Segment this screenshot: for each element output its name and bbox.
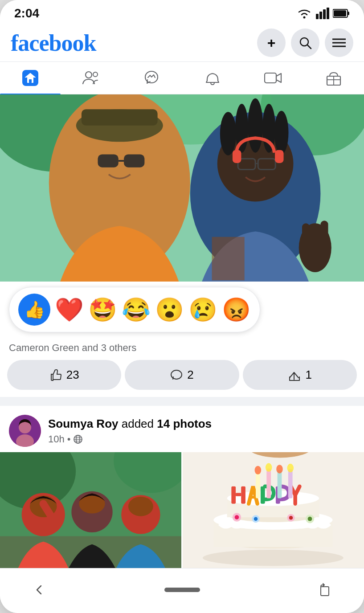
svg-rect-101 <box>321 587 329 596</box>
post1-photo <box>0 94 364 282</box>
thumbs-up-icon <box>49 369 62 381</box>
svg-rect-7 <box>348 12 349 15</box>
svg-point-98 <box>276 465 283 473</box>
post2-image-2[interactable] <box>183 452 364 568</box>
post2-meta: 10h • <box>48 433 355 445</box>
tab-messenger[interactable] <box>121 62 182 94</box>
menu-button[interactable] <box>325 29 353 57</box>
svg-rect-99 <box>288 469 293 499</box>
back-button[interactable] <box>27 577 52 602</box>
svg-rect-79 <box>231 486 236 504</box>
share-icon <box>288 369 301 381</box>
like-count: 23 <box>66 368 79 382</box>
svg-line-9 <box>307 45 311 49</box>
svg-point-17 <box>93 72 98 77</box>
svg-point-38 <box>248 98 263 153</box>
svg-rect-95 <box>266 469 271 499</box>
svg-point-94 <box>255 466 262 474</box>
post2-name-area: Soumya Roy added 14 photos 10h • <box>48 417 355 445</box>
post1-footer: Cameron Green and 3 others <box>0 338 364 356</box>
tab-video[interactable] <box>243 63 303 93</box>
add-button[interactable]: + <box>257 29 286 57</box>
facebook-logo: facebook <box>11 30 96 56</box>
svg-rect-47 <box>320 221 328 240</box>
wifi-icon <box>296 8 312 19</box>
post2-avatar <box>9 415 41 447</box>
svg-rect-1 <box>316 14 319 19</box>
post2-images <box>0 452 364 568</box>
post1-image <box>0 94 364 282</box>
comment-count: 2 <box>187 368 193 382</box>
shop-icon <box>326 70 342 86</box>
svg-rect-6 <box>334 10 346 16</box>
feed-divider <box>0 401 364 406</box>
share-button[interactable]: 1 <box>243 360 357 390</box>
tab-home[interactable] <box>0 62 61 94</box>
svg-point-16 <box>86 72 92 78</box>
home-indicator[interactable] <box>164 588 200 592</box>
svg-rect-30 <box>82 109 158 126</box>
reaction-like-button[interactable]: 👍 <box>18 294 50 326</box>
rotate-button[interactable] <box>312 577 337 602</box>
svg-point-67 <box>79 494 105 514</box>
svg-rect-81 <box>241 486 245 504</box>
like-button[interactable]: 23 <box>7 360 121 390</box>
globe-icon <box>73 434 83 444</box>
post2-image-1[interactable] <box>0 452 181 568</box>
header: facebook + <box>0 24 364 61</box>
tab-marketplace[interactable] <box>303 62 364 94</box>
thumbs-up-reaction: 👍 <box>24 300 45 319</box>
reaction-sad[interactable]: 😢 <box>188 298 217 321</box>
reaction-count-text: Cameron Green and 3 others <box>9 342 136 353</box>
reaction-love[interactable]: ❤️ <box>55 298 84 321</box>
cake-photo-svg <box>183 452 364 568</box>
post2-time: 10h <box>48 433 65 445</box>
svg-rect-48 <box>302 223 310 240</box>
search-button[interactable] <box>291 29 319 57</box>
svg-rect-31 <box>98 154 118 167</box>
svg-rect-80 <box>236 493 241 496</box>
reaction-wow[interactable]: 😮 <box>155 298 184 321</box>
svg-rect-2 <box>319 12 322 19</box>
svg-point-0 <box>303 16 306 19</box>
svg-point-88 <box>254 517 258 521</box>
comment-button[interactable]: 2 <box>125 360 239 390</box>
header-actions: + <box>257 29 353 57</box>
svg-rect-44 <box>233 150 241 163</box>
action-buttons: 23 2 1 <box>0 356 364 397</box>
home-icon <box>22 70 38 86</box>
reaction-angry[interactable]: 😡 <box>222 298 251 321</box>
avatar-image <box>9 415 41 447</box>
svg-rect-32 <box>124 154 144 167</box>
tab-friends[interactable] <box>61 62 121 94</box>
svg-rect-15 <box>29 79 32 83</box>
svg-point-40 <box>274 111 289 155</box>
comment-icon <box>170 369 183 381</box>
nav-tabs <box>0 61 364 94</box>
status-time: 2:04 <box>14 6 39 20</box>
svg-point-90 <box>289 516 293 520</box>
dot-separator: • <box>67 433 71 445</box>
menu-icon <box>332 38 346 48</box>
messenger-icon <box>143 70 160 86</box>
svg-rect-93 <box>256 471 260 499</box>
bell-icon <box>205 70 220 86</box>
svg-rect-3 <box>323 9 326 19</box>
share-count: 1 <box>306 368 312 382</box>
svg-point-96 <box>266 463 272 472</box>
reaction-care[interactable]: 🤩 <box>88 298 117 321</box>
friends-icon <box>82 70 100 86</box>
tab-notifications[interactable] <box>182 62 243 94</box>
svg-rect-45 <box>275 150 284 163</box>
feed: 👍 ❤️ 🤩 😂 😮 😢 😡 Cam <box>0 94 364 568</box>
svg-point-100 <box>287 464 294 472</box>
back-icon <box>33 584 45 596</box>
post-card-2: Soumya Roy added 14 photos 10h • <box>0 406 364 568</box>
battery-icon <box>333 8 350 18</box>
svg-rect-97 <box>278 470 282 498</box>
post2-photo-count: 14 photos <box>157 417 212 430</box>
reactions-bar: 👍 ❤️ 🤩 😂 😮 😢 😡 <box>0 282 364 338</box>
bottom-nav <box>0 568 364 613</box>
reaction-haha[interactable]: 😂 <box>122 298 151 321</box>
phone-frame: 2:04 facebook <box>0 0 364 613</box>
